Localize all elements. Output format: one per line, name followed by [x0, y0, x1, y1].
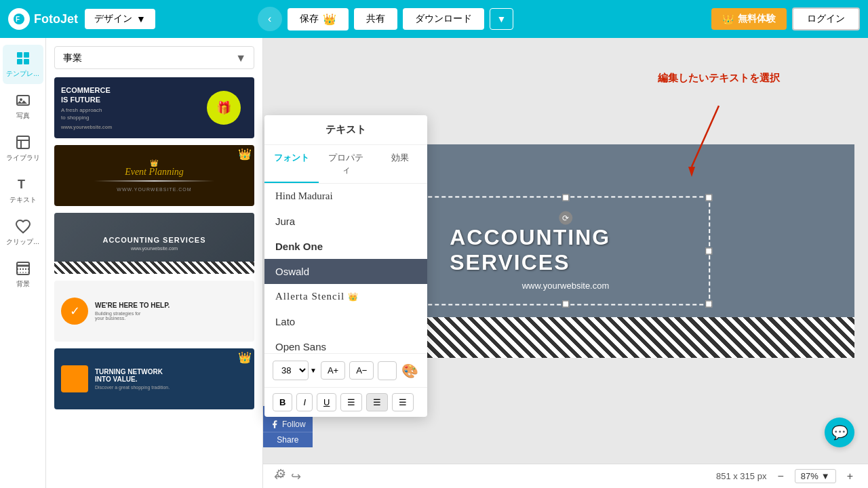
- zoom-out-button[interactable]: −: [773, 469, 787, 484]
- download-button[interactable]: ダウンロード: [403, 8, 484, 30]
- chat-button[interactable]: 💬: [825, 418, 854, 447]
- font-item-oswald[interactable]: Oswald: [264, 259, 427, 284]
- sidebar-item-photo[interactable]: 写真: [3, 87, 43, 126]
- template-card-network[interactable]: TURNING NETWORKINTO VALUE. Discover a gr…: [54, 348, 254, 409]
- font-panel: テキスト フォント プロパティ 効果 Hind Madurai Jura Den…: [264, 115, 427, 417]
- sidebar: テンプレ... 写真 ライブラリ T テキスト クリップ... 背景: [0, 38, 46, 488]
- free-trial-label: 無料体験: [738, 13, 776, 25]
- topbar-center: ‹ 保存 👑 共有 ダウンロード ▼: [258, 7, 514, 31]
- sidebar-item-background[interactable]: 背景: [3, 255, 43, 294]
- share-label: Share: [277, 435, 298, 445]
- text-selection-box[interactable]: ⟳ ACCOUNTING SERVICES www.yourwebsite.co…: [421, 197, 710, 306]
- sidebar-template-label: テンプレ...: [6, 69, 39, 79]
- font-item-jura[interactable]: Jura: [264, 209, 427, 234]
- settings-button[interactable]: ⚙: [275, 466, 286, 481]
- format-controls: B I U ☰ ☰ ☰: [264, 387, 427, 417]
- app-name: FotoJet: [34, 12, 78, 26]
- font-panel-title: テキスト: [264, 115, 427, 145]
- bold-button[interactable]: B: [273, 393, 292, 411]
- design-label: デザイン: [94, 13, 132, 25]
- underline-button[interactable]: U: [317, 393, 336, 411]
- align-right-button[interactable]: ☰: [392, 393, 414, 411]
- tab-property[interactable]: プロパティ: [319, 145, 373, 183]
- tab-font[interactable]: フォント: [264, 145, 319, 183]
- font-item-opensans[interactable]: Open Sans: [264, 334, 427, 353]
- crown-icon: 👑: [722, 14, 734, 24]
- zoom-in-button[interactable]: +: [843, 469, 857, 484]
- font-size-decrease-button[interactable]: A−: [349, 361, 374, 380]
- font-item-hind[interactable]: Hind Madurai: [264, 184, 427, 209]
- fb-share-button[interactable]: Share: [263, 432, 313, 447]
- redo-button[interactable]: ↪: [291, 469, 301, 484]
- zoom-chevron-icon: ▼: [821, 471, 830, 481]
- category-select[interactable]: 事業: [54, 46, 254, 69]
- font-size-chevron: ▼: [310, 367, 317, 374]
- svg-rect-3: [24, 52, 29, 58]
- template-card-event[interactable]: 👑 Event Planning WWW.YOURWEBSITE.COM 👑: [54, 145, 254, 206]
- logo-icon: F: [8, 8, 30, 30]
- resize-handle-bc[interactable]: [562, 301, 569, 308]
- canvas-subtitle: www.yourwebsite.com: [522, 281, 610, 291]
- font-size-increase-button[interactable]: A+: [321, 361, 345, 380]
- free-trial-button[interactable]: 👑 無料体験: [711, 8, 787, 30]
- share-label: 共有: [366, 13, 385, 25]
- bottom-bar: ↩ ↪ 851 x 315 px − 87% ▼ +: [263, 464, 868, 488]
- svg-text:F: F: [16, 16, 20, 23]
- sidebar-library-label: ライブラリ: [6, 153, 40, 163]
- login-button[interactable]: ログイン: [792, 7, 860, 30]
- fb-follow-button[interactable]: Follow: [263, 417, 313, 432]
- font-item-denk[interactable]: Denk One: [264, 234, 427, 259]
- font-size-controls: 38 ▼ A+ A− 🎨: [264, 353, 427, 387]
- sidebar-item-library[interactable]: ライブラリ: [3, 129, 43, 168]
- resize-handle-tc[interactable]: [562, 195, 569, 201]
- svg-line-16: [692, 106, 719, 167]
- template-card-ecommerce[interactable]: ECOMMERCEIS FUTURE A fresh approachto sh…: [54, 77, 254, 138]
- font-item-lato[interactable]: Lato: [264, 309, 427, 334]
- save-button[interactable]: 保存 👑: [288, 8, 349, 30]
- logo: F FotoJet: [8, 8, 78, 30]
- save-crown-icon: 👑: [323, 13, 336, 26]
- sidebar-clip-label: クリップ...: [6, 237, 39, 247]
- crown-badge-network: 👑: [238, 351, 252, 364]
- resize-handle-mr[interactable]: [705, 247, 712, 254]
- login-label: ログイン: [807, 13, 845, 24]
- sidebar-item-clip[interactable]: クリップ...: [3, 213, 43, 252]
- color-wheel-button[interactable]: 🎨: [401, 361, 419, 380]
- template-card-accounting[interactable]: ACCOUNTING SERVICES www.yourwebsite.com: [54, 213, 254, 274]
- annotation-arrow: [678, 99, 732, 180]
- align-center-button[interactable]: ☰: [366, 393, 388, 411]
- font-list: Hind Madurai Jura Denk One Oswald Allert…: [264, 184, 427, 353]
- svg-rect-2: [17, 52, 22, 58]
- svg-point-7: [20, 98, 22, 101]
- resize-handle-tr[interactable]: [705, 195, 712, 201]
- resize-handle-br[interactable]: [705, 301, 712, 308]
- canvas-main-title: ACCOUNTING SERVICES: [450, 225, 682, 275]
- font-size-select[interactable]: 38: [273, 361, 309, 380]
- design-button[interactable]: デザイン ▼: [85, 9, 155, 29]
- rotate-handle[interactable]: ⟳: [559, 211, 572, 225]
- sidebar-item-template[interactable]: テンプレ...: [3, 45, 43, 84]
- sidebar-text-label: テキスト: [9, 195, 37, 205]
- crown-badge-event: 👑: [238, 148, 252, 161]
- align-left-button[interactable]: ☰: [340, 393, 362, 411]
- italic-button[interactable]: I: [296, 393, 313, 411]
- sidebar-photo-label: 写真: [16, 111, 30, 121]
- color-swatch[interactable]: [378, 361, 396, 380]
- share-button[interactable]: 共有: [354, 8, 397, 30]
- svg-rect-5: [24, 59, 29, 64]
- template-card-help[interactable]: ✓ WE'RE HERE TO HELP. Building strategie…: [54, 281, 254, 342]
- tab-effect[interactable]: 効果: [373, 145, 427, 183]
- svg-text:T: T: [18, 178, 25, 191]
- back-arrow-button[interactable]: ‹: [258, 7, 282, 31]
- font-panel-tabs: フォント プロパティ 効果: [264, 145, 427, 184]
- more-options-button[interactable]: ▼: [490, 8, 514, 30]
- zoom-value: 87% ▼: [795, 469, 836, 483]
- sidebar-item-text[interactable]: T テキスト: [3, 171, 43, 210]
- annotation-text: 編集したいテキストを選択: [658, 72, 780, 85]
- canvas-dimensions: 851 x 315 px: [716, 471, 766, 481]
- font-item-allerta[interactable]: Allerta Stencil 👑: [264, 284, 427, 309]
- follow-label: Follow: [282, 420, 306, 429]
- svg-marker-17: [688, 167, 695, 177]
- svg-rect-8: [17, 136, 29, 148]
- svg-rect-4: [17, 59, 22, 64]
